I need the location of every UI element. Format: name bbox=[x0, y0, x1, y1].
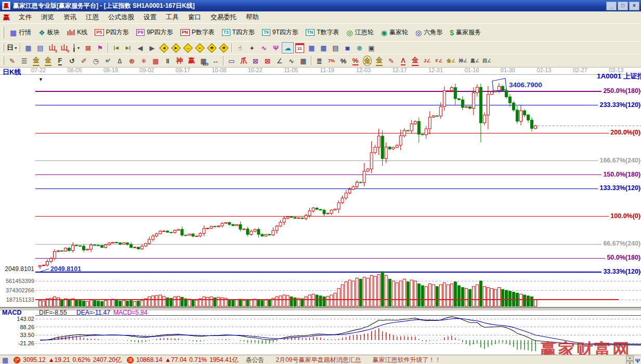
shen-grid-button[interactable]: 神 bbox=[174, 55, 186, 66]
time-circle-button[interactable]: ◷ bbox=[90, 55, 102, 66]
p-number-table-button[interactable]: PNP数字表 bbox=[177, 26, 218, 38]
step-lines-button[interactable]: ≣ bbox=[313, 55, 325, 66]
menu-item-交易委托[interactable]: 交易委托 bbox=[206, 11, 241, 23]
color-flag-button[interactable]: ⚑ bbox=[94, 42, 106, 53]
zoom-expand-button[interactable]: ✚ bbox=[206, 42, 218, 53]
target-red-button[interactable]: ⊕ bbox=[126, 55, 138, 66]
page-forward-button[interactable]: ▶ bbox=[146, 42, 158, 53]
kline-first-button[interactable]: |◀ bbox=[110, 42, 122, 53]
menu-item-江恩[interactable]: 江恩 bbox=[81, 11, 103, 23]
percent-button[interactable]: % bbox=[337, 55, 349, 66]
golden-grid-2-button[interactable]: 金 bbox=[42, 55, 54, 66]
h-expand-button[interactable]: ↔ bbox=[210, 55, 221, 66]
cloud-tool-button[interactable]: ☁ bbox=[282, 42, 294, 53]
kline-button[interactable]: ılılK线 bbox=[63, 26, 91, 38]
chart-p9-button[interactable]: 山9 bbox=[58, 42, 70, 53]
rect-select-button[interactable]: ▭ bbox=[226, 55, 238, 66]
page-back-button[interactable]: ◀ bbox=[134, 42, 146, 53]
pencil-angle-button[interactable]: ✐ bbox=[78, 55, 90, 66]
title-bar[interactable]: 赢 赢家江恩专业版[赢家服务平台] - [上证指数 SH1A0001-167日K… bbox=[0, 0, 641, 11]
quote-grid-icon[interactable]: ▦ bbox=[2, 356, 8, 364]
menu-item-窗口[interactable]: 窗口 bbox=[184, 11, 206, 23]
golden-line-red-button[interactable]: 金 bbox=[409, 55, 421, 66]
sectors-button[interactable]: ❖板块 bbox=[35, 26, 63, 38]
golden-grid-1-button[interactable]: 金 bbox=[30, 55, 42, 66]
hexagon-button[interactable]: ◎六角形 bbox=[412, 26, 446, 38]
news-count-label[interactable]: 条公告 bbox=[245, 356, 264, 364]
zoom-left-button[interactable]: ◄ bbox=[158, 42, 170, 53]
close-button[interactable]: × bbox=[629, 2, 639, 10]
zoom-h-expand-button[interactable]: ↔ bbox=[182, 42, 194, 53]
candle-pencil-button[interactable]: ✎ bbox=[385, 55, 397, 66]
spinner-down-icon[interactable]: ▼ bbox=[626, 361, 634, 364]
menu-item-浏览[interactable]: 浏览 bbox=[36, 11, 59, 23]
golden-circle-button[interactable]: 金 bbox=[361, 55, 373, 66]
p-square-button[interactable]: PSP四方形 bbox=[91, 26, 132, 38]
zoom-compress-button[interactable]: ▪ bbox=[194, 42, 206, 53]
memo-button[interactable]: ▤ bbox=[330, 42, 342, 53]
gold-angle-button[interactable]: 金∠ bbox=[445, 55, 457, 66]
winner-service-button[interactable]: $赢家服务 bbox=[446, 26, 485, 38]
region-box-button[interactable]: ⊠ bbox=[82, 42, 94, 53]
9t-square-button[interactable]: T99T四方形 bbox=[258, 26, 302, 38]
spinner-up-icon[interactable]: ▲ bbox=[626, 356, 634, 361]
pencil-button[interactable]: ✎ bbox=[6, 55, 18, 66]
a-wave-button[interactable]: Λ bbox=[397, 55, 409, 66]
mirror-angle-button[interactable]: ∆ bbox=[114, 55, 126, 66]
gann-box-purple-button[interactable]: ⊠ bbox=[250, 55, 261, 66]
price-ruler-123-button[interactable]: ▦123 bbox=[198, 55, 210, 66]
menu-item-公式选股[interactable]: 公式选股 bbox=[103, 11, 139, 23]
f-angle-button[interactable]: F∠ bbox=[433, 55, 445, 66]
shen-angle-button[interactable]: 神∠ bbox=[457, 55, 469, 66]
t-number-table-button[interactable]: TNT数字表 bbox=[302, 26, 343, 38]
web-red-button[interactable]: ✳ bbox=[138, 55, 150, 66]
wave-tool-button[interactable]: ∿ bbox=[285, 55, 297, 66]
quotes-button[interactable]: ▦行情 bbox=[6, 26, 35, 38]
web-link-button[interactable]: ⊕ bbox=[354, 42, 365, 53]
ying-grid-button[interactable]: 赢 bbox=[186, 55, 198, 66]
zoom-full-button[interactable]: ❖ bbox=[218, 42, 230, 53]
calendar-button[interactable]: 21 bbox=[294, 42, 306, 53]
winner-wheel-button[interactable]: ◉赢家轮 bbox=[377, 26, 412, 38]
save-button[interactable]: ◙ bbox=[342, 42, 354, 53]
9p-square-button[interactable]: P99P四方形 bbox=[133, 26, 177, 38]
gann-box-red-button[interactable]: ⊠ bbox=[261, 55, 273, 66]
golden-line-button[interactable]: 金 bbox=[373, 55, 385, 66]
chart-p3-button[interactable]: 山3 bbox=[46, 42, 58, 53]
gann-wheel-button[interactable]: ◎江恩轮 bbox=[343, 26, 377, 38]
n2-grid-button[interactable]: n² bbox=[102, 55, 114, 66]
pattern-window-button[interactable]: ▦ bbox=[22, 42, 34, 53]
menu-item-工具[interactable]: 工具 bbox=[161, 11, 184, 23]
curve-tool-button[interactable]: ∿ bbox=[258, 42, 270, 53]
menu-item-设置[interactable]: 设置 bbox=[139, 11, 161, 23]
trend-angle-button[interactable]: ∠ bbox=[273, 55, 285, 66]
percent-line-button[interactable]: % bbox=[349, 55, 361, 66]
menu-item-资讯[interactable]: 资讯 bbox=[59, 11, 81, 23]
gann-shape-tool-button[interactable]: Ψ bbox=[270, 42, 282, 53]
ying-angle-button[interactable]: 赢∠ bbox=[469, 55, 481, 66]
data-table-button[interactable]: ▦ bbox=[318, 42, 330, 53]
indicator-dropdown-icon[interactable]: ▼ bbox=[38, 77, 43, 82]
spiral-button[interactable]: ↺ bbox=[66, 55, 78, 66]
news-ticker-item[interactable]: 赢家江恩软件升级了！！ bbox=[372, 356, 441, 364]
kline-last-button[interactable]: ▶| bbox=[122, 42, 134, 53]
zoom-right-button[interactable]: ► bbox=[170, 42, 182, 53]
minimize-button[interactable]: _ bbox=[606, 2, 617, 10]
spiderweb-grid-button[interactable]: ▩ bbox=[150, 55, 162, 66]
j-angle-button[interactable]: J∠ bbox=[421, 55, 433, 66]
f-grid-button[interactable]: F bbox=[54, 55, 66, 66]
menu-item-帮助[interactable]: 帮助 bbox=[241, 11, 264, 23]
dense-grid-button[interactable]: ▦ bbox=[297, 55, 309, 66]
hand-tool-button[interactable]: ☝ bbox=[234, 42, 246, 53]
percent-7-button[interactable]: 7% bbox=[325, 55, 337, 66]
print-button[interactable]: ▣ bbox=[365, 42, 377, 53]
candle-style-button[interactable]: ╽▼ bbox=[70, 42, 82, 53]
menu-item-文件[interactable]: 文件 bbox=[14, 11, 36, 23]
h-lines-button[interactable]: ☰ bbox=[18, 55, 30, 66]
crosshair-tool-button[interactable]: + bbox=[246, 42, 258, 53]
news-ticker-item[interactable]: 2月09号赢家早盘题材消息汇总 bbox=[276, 356, 361, 364]
calculator-button[interactable]: ▦ bbox=[306, 42, 318, 53]
info-panel-button[interactable]: ▤ bbox=[34, 42, 46, 53]
maximize-button[interactable]: □ bbox=[618, 2, 628, 10]
ruler-marks-button[interactable]: ‖ bbox=[162, 55, 174, 66]
